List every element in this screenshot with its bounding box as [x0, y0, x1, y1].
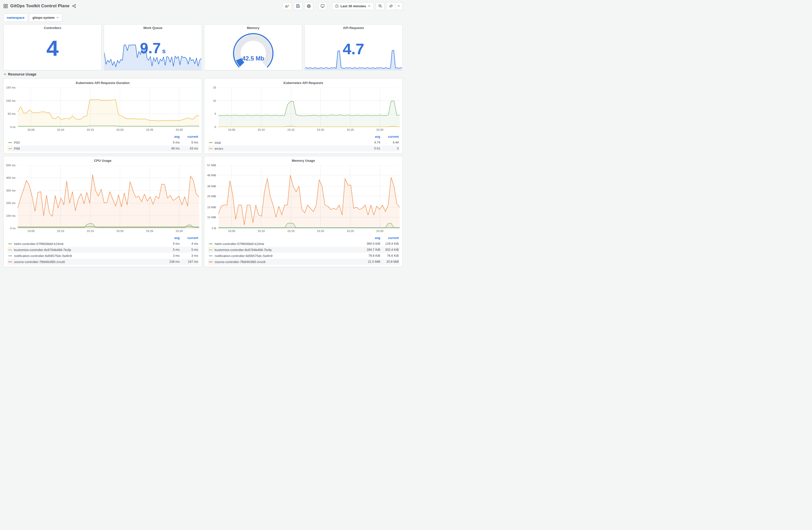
stat-row: Controllers 4 Work Queue 9.7s Memory 42.… [0, 24, 406, 70]
x-axis-label: 15:15 [87, 128, 94, 131]
legend-column-avg[interactable]: avg [157, 135, 179, 138]
legend-series-swatch-icon [209, 250, 213, 250]
x-axis-label: 15:25 [146, 230, 153, 233]
tv-mode-button[interactable] [318, 2, 327, 10]
plot-area[interactable] [218, 165, 400, 228]
legend-column-avg[interactable]: avg [357, 236, 380, 240]
legend-item-helm-controller-57f9b56bbf-k24mk: helm-controller-57f9b56bbf-k24mk360.5 Ki… [208, 241, 400, 247]
dashboard-page: GitOps Toolkit Control Plane [0, 0, 406, 271]
memory-gauge-value: 42.5 Mb [242, 55, 264, 62]
legend-series-name[interactable]: notification-controller-6d56575dc-5w9n9 [8, 254, 157, 258]
variable-label-text: namespace [7, 16, 25, 19]
panel-title[interactable]: Work Queue [104, 25, 202, 31]
y-axis-label: 15 [213, 86, 216, 89]
legend-current-value: 4 ms [179, 242, 198, 246]
plot-area[interactable] [18, 88, 199, 127]
panel-title[interactable]: Memory [204, 25, 302, 31]
legend-series-name[interactable]: total [209, 141, 357, 145]
variable-value-text: gitops-system [32, 16, 55, 19]
variable-namespace-label: namespace [3, 14, 28, 22]
legend-avg-value: 5 ms [157, 141, 179, 144]
plot-area[interactable] [18, 165, 199, 228]
legend-column-current[interactable]: current [380, 135, 399, 138]
legend: avgcurrentP505 ms5 msP9948 ms43 ms [7, 134, 199, 151]
legend-header: avgcurrent [208, 235, 400, 241]
refresh-icon [389, 4, 393, 8]
legend-series-name[interactable]: P50 [8, 141, 157, 145]
y-axis-label: 38 MiB [207, 185, 216, 188]
work-queue-unit: s [162, 47, 166, 55]
panel-k8s-api-requests-duration: Kubernetes API Requests Duration 0 ns50 … [3, 78, 202, 154]
x-axis-label: 15:10 [258, 128, 265, 131]
x-axis-label: 15:15 [87, 230, 94, 233]
tv-mode-icon [320, 4, 325, 8]
legend-column-current[interactable]: current [380, 236, 399, 240]
x-axis-label: 15:05 [28, 230, 35, 233]
legend-current-value: 5 ms [179, 248, 198, 251]
legend-header: avgcurrent [7, 235, 199, 241]
legend-series-swatch-icon [8, 262, 12, 262]
y-axis-label: 50 ms [8, 112, 15, 115]
legend-series-name[interactable]: source-controller-7fb84fc985-zvsz8 [8, 260, 157, 264]
legend-column-avg[interactable]: avg [357, 135, 380, 138]
variable-namespace-select[interactable]: gitops-system [29, 14, 62, 22]
panel-title[interactable]: Memory Usage [204, 157, 402, 164]
y-axis-label: 19 MiB [207, 206, 216, 209]
legend-avg-value: 5 ms [157, 242, 179, 246]
panel-title[interactable]: CPU Usage [4, 157, 202, 164]
time-range-picker[interactable]: Last 30 minutes [332, 2, 374, 10]
time-range-label: Last 30 minutes [340, 4, 366, 8]
dashboard-settings-button[interactable] [304, 2, 313, 10]
panel-title[interactable]: Controllers [4, 25, 101, 31]
variables-row: namespace gitops-system [0, 12, 406, 24]
legend-series-name[interactable]: helm-controller-57f9b56bbf-k24mk [209, 242, 357, 246]
x-axis-label: 15:25 [146, 128, 153, 131]
panel-cpu-usage: CPU Usage 0 ns100 ms200 ms300 ms400 ms50… [3, 156, 202, 267]
share-icon[interactable] [72, 4, 76, 8]
legend-series-name[interactable]: kustomize-controller-6c6784b468-7kzfp [8, 248, 157, 252]
legend-current-value: 43 ms [179, 147, 198, 150]
zoom-out-button[interactable] [376, 2, 385, 10]
x-axis-label: 15:30 [376, 128, 383, 131]
x-axis: 15:0515:1015:1515:2015:2515:30 [218, 128, 400, 133]
x-axis-label: 15:10 [57, 230, 64, 233]
legend-item-source-controller-7fb84fc985-zvsz8: source-controller-7fb84fc985-zvsz8236 ms… [7, 259, 199, 265]
zoom-out-icon [378, 4, 382, 8]
legend-series-name[interactable]: errors [209, 147, 357, 150]
work-queue-value: 9.7s [104, 41, 202, 56]
y-axis-label: 400 ms [6, 176, 15, 179]
legend-header: avgcurrent [208, 134, 400, 139]
x-axis-label: 15:15 [287, 230, 295, 233]
plot-area[interactable] [218, 88, 400, 127]
apps-icon[interactable] [3, 4, 8, 8]
y-axis-label: 0 ns [10, 126, 15, 129]
save-dashboard-button[interactable] [294, 2, 302, 10]
chevron-down-icon [368, 4, 371, 8]
memory-gauge: 42.5 Mb [204, 31, 302, 69]
panel-memory-usage: Memory Usage 0 B10 MiB19 MiB29 MiB38 MiB… [204, 156, 403, 267]
panel-title[interactable]: Kubernetes API Requests Duration [4, 79, 202, 86]
legend-series-name[interactable]: notification-controller-6d56575dc-5w9n9 [209, 254, 357, 258]
panel-title[interactable]: Kubernetes API Requests [204, 79, 402, 86]
panel-title[interactable]: API Requests [305, 25, 402, 31]
legend-series-name[interactable]: P99 [8, 147, 157, 150]
add-panel-button[interactable] [282, 2, 292, 10]
section-resource-usage[interactable]: Resource Usage [0, 70, 406, 78]
legend-item-kustomize-controller-6c6784b468-7kzfp: kustomize-controller-6c6784b468-7kzfp284… [208, 247, 400, 253]
x-axis-label: 15:25 [347, 230, 354, 233]
legend-column-current[interactable]: current [179, 236, 198, 240]
legend-current-value: 4.44 [380, 141, 399, 144]
refresh-interval-dropdown[interactable] [395, 2, 403, 10]
legend-series-swatch-icon [209, 148, 213, 149]
legend-series-name[interactable]: helm-controller-57f9b56bbf-k24mk [8, 242, 157, 246]
legend-column-avg[interactable]: avg [157, 236, 179, 240]
legend-series-name[interactable]: kustomize-controller-6c6784b468-7kzfp [209, 248, 357, 252]
refresh-button[interactable] [387, 2, 395, 10]
series-total-line [218, 101, 400, 116]
y-axis: 051015 [204, 88, 218, 127]
panel-work-queue: Work Queue 9.7s [104, 24, 202, 70]
legend-current-value: 129.4 KiB [380, 242, 399, 246]
legend-avg-value: 48 ms [157, 147, 179, 150]
legend-column-current[interactable]: current [179, 135, 198, 138]
legend-series-name[interactable]: source-controller-7fb84fc985-zvsz8 [209, 260, 357, 264]
